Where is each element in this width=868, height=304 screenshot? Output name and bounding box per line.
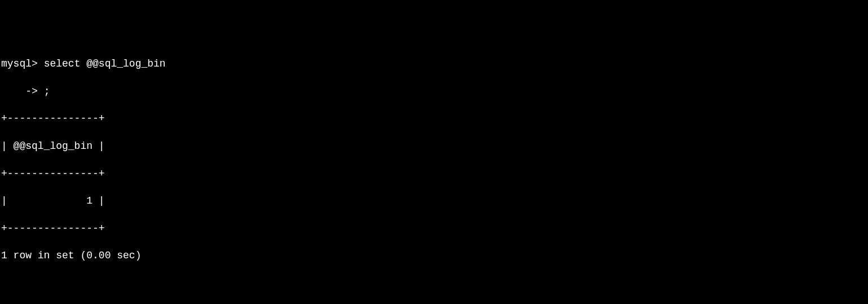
blank-line bbox=[1, 276, 868, 290]
table-header: | @@sql_log_bin | bbox=[1, 139, 868, 153]
mysql-prompt: mysql> bbox=[1, 58, 38, 69]
sql-command: select @@sql_log_bin bbox=[44, 58, 166, 69]
table-border: +---------------+ bbox=[1, 112, 868, 125]
table-border: +---------------+ bbox=[1, 167, 868, 180]
terminal-line: mysql> select @@sql_log_bin bbox=[1, 57, 868, 71]
result-summary: 1 row in set (0.00 sec) bbox=[1, 249, 868, 262]
mysql-continuation-prompt: -> bbox=[1, 86, 38, 97]
sql-command-cont: ; bbox=[44, 86, 50, 97]
terminal-line: -> ; bbox=[1, 85, 868, 98]
table-border: +---------------+ bbox=[1, 222, 868, 235]
table-row: | 1 | bbox=[1, 194, 868, 208]
